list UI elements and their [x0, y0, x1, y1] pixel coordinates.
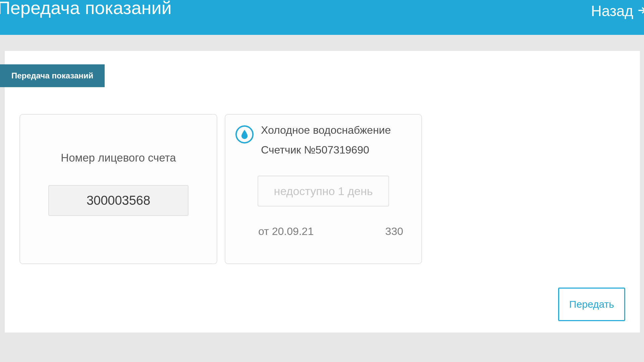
account-card: Номер лицевого счета 300003568	[19, 114, 217, 264]
account-number-field[interactable]: 300003568	[48, 185, 189, 216]
account-label: Номер лицевого счета	[61, 152, 176, 164]
meter-prev-date: от 20.09.21	[258, 225, 314, 238]
submit-button[interactable]: Передать	[558, 288, 625, 321]
main-panel: Передача показаний Номер лицевого счета …	[5, 51, 640, 333]
water-drop-icon	[235, 125, 254, 143]
meter-footer: от 20.09.21 330	[235, 225, 411, 238]
meter-number-label: Счетчик №507319690	[261, 144, 391, 156]
meter-prev-value: 330	[385, 225, 403, 238]
tab-meter-submission[interactable]: Передача показаний	[0, 64, 105, 87]
page-title: Передача показаний	[0, 0, 172, 18]
page-header: Передача показаний Назад	[0, 0, 644, 35]
back-label: Назад	[591, 3, 633, 19]
submit-label: Передать	[569, 299, 614, 310]
meter-card: Холодное водоснабжение Счетчик №50731969…	[225, 114, 422, 264]
meter-service-title: Холодное водоснабжение	[261, 124, 391, 136]
arrow-right-icon	[636, 3, 644, 19]
tab-label: Передача показаний	[11, 71, 93, 80]
account-number-value: 300003568	[87, 193, 150, 208]
meter-header: Холодное водоснабжение Счетчик №50731969…	[235, 124, 411, 156]
meter-input-placeholder: недоступно 1 день	[274, 185, 373, 198]
meter-info: Холодное водоснабжение Счетчик №50731969…	[261, 124, 391, 156]
cards-container: Номер лицевого счета 300003568 Холодное …	[19, 114, 422, 264]
back-button[interactable]: Назад	[591, 3, 644, 19]
meter-reading-input[interactable]: недоступно 1 день	[258, 176, 389, 206]
